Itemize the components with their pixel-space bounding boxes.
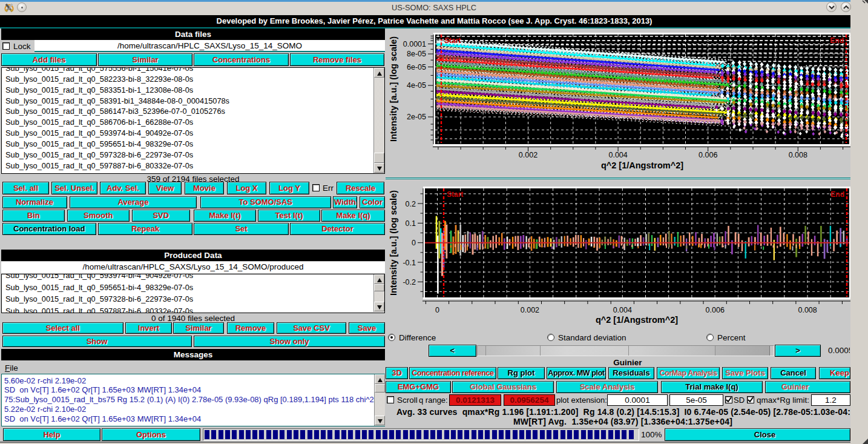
svg-text:0.008: 0.008 [789, 151, 807, 159]
svg-text:0.002: 0.002 [521, 306, 539, 314]
svg-text:q^2 [1/Angstrom^2]: q^2 [1/Angstrom^2] [596, 315, 678, 325]
svg-text:0.2: 0.2 [406, 200, 416, 208]
svg-text:0: 0 [412, 239, 416, 247]
svg-text:0.006: 0.006 [699, 151, 717, 159]
svg-text:8e-05: 8e-05 [407, 50, 426, 58]
svg-text:Start: Start [444, 36, 461, 45]
svg-text:0.004: 0.004 [613, 306, 632, 314]
svg-text:0.002: 0.002 [519, 151, 538, 159]
svg-text:End: End [830, 190, 844, 199]
svg-text:Intensity [a.u.] (log scale): Intensity [a.u.] (log scale) [389, 36, 398, 142]
svg-text:-0.2: -0.2 [403, 278, 416, 287]
svg-text:End: End [830, 36, 844, 45]
svg-text:2e-05: 2e-05 [407, 113, 426, 121]
svg-text:6e-05: 6e-05 [407, 63, 426, 71]
svg-text:q^2 [1/Angstrom^2]: q^2 [1/Angstrom^2] [601, 161, 683, 170]
svg-text:0.004: 0.004 [608, 151, 627, 159]
svg-text:0.006: 0.006 [706, 306, 725, 314]
svg-text:0.008: 0.008 [798, 306, 817, 314]
svg-text:0.0001: 0.0001 [403, 40, 426, 48]
svg-text:0.1: 0.1 [406, 219, 416, 228]
svg-text:0: 0 [435, 306, 439, 314]
svg-text:-0.1: -0.1 [403, 259, 416, 267]
svg-text:4e-05: 4e-05 [407, 81, 426, 90]
svg-text:Start: Start [447, 190, 463, 199]
svg-text:Intensity [a.u.] (log scale): Intensity [a.u.] (log scale) [389, 190, 398, 296]
